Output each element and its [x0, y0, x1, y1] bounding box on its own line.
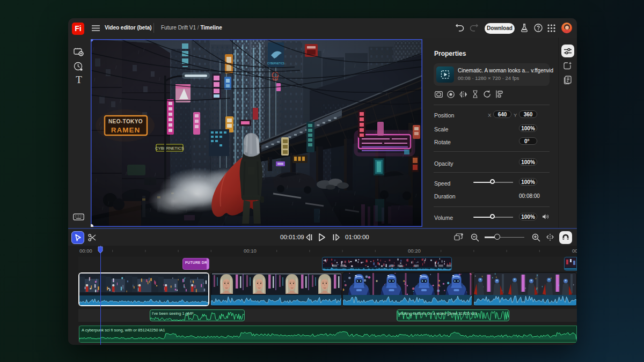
svg-text:00:20: 00:20 [408, 248, 421, 254]
svg-text:00:00: 00:00 [79, 248, 92, 254]
svg-text:00:30: 00:30 [572, 248, 577, 254]
svg-text:00:10: 00:10 [244, 248, 257, 254]
